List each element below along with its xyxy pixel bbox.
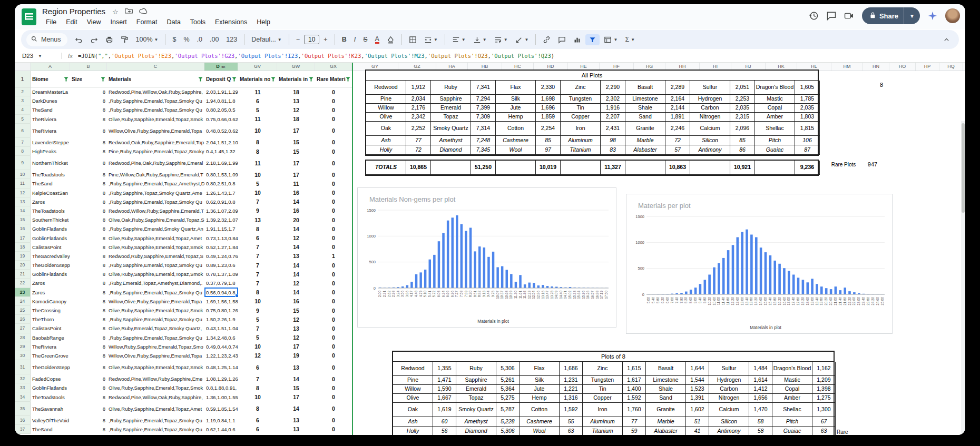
cell-size[interactable]: 8	[70, 252, 107, 261]
cell-materials-in[interactable]: 12	[277, 233, 315, 242]
cell-rare-materials[interactable]: 0	[315, 402, 352, 416]
cell-materials[interactable]: Redwood,Willow,Ruby,Sapphire,Emerald,T	[107, 206, 204, 215]
cell-rare-materials[interactable]: 0	[315, 374, 352, 383]
row-number-7[interactable]: 7	[15, 138, 31, 147]
cell-size[interactable]: 8	[70, 402, 107, 416]
cell-size[interactable]: 8	[70, 96, 107, 105]
text-color-button[interactable]: A	[372, 34, 383, 45]
row-number-20[interactable]: 20	[15, 261, 31, 270]
cell-materials[interactable]: Olive,Ruby,Sapphire,Emerald,Topaz,Smok	[107, 360, 204, 374]
totals-blank-cell[interactable]	[690, 161, 730, 175]
cell-materials-in[interactable]: 13	[277, 252, 315, 261]
menus-search[interactable]: Menus	[26, 33, 67, 46]
text-rotate-button[interactable]: ▼	[512, 34, 532, 45]
column-header-B[interactable]: B	[70, 63, 107, 71]
cell-rare-materials[interactable]: 0	[315, 189, 352, 197]
cell-materials[interactable]: ,Ruby,Sapphire,Emerald,Smoky Quartz,An	[107, 224, 204, 233]
cell-size[interactable]: 8	[70, 425, 107, 434]
material-name-cell[interactable]: Tungsten	[583, 376, 623, 385]
cell-materials-no[interactable]: 6	[238, 233, 277, 242]
cell-size[interactable]: 8	[70, 115, 107, 124]
material-value-cell[interactable]: 1,602	[686, 403, 709, 417]
cell-materials[interactable]: Willow,Olive,Ruby,Sapphire,Emerald,Topa	[107, 351, 204, 360]
cell-biome[interactable]: TheSand	[31, 105, 70, 114]
material-value-cell[interactable]: 7,248	[471, 136, 496, 145]
column-header-HN[interactable]: HN	[863, 63, 889, 71]
cell-rare-materials[interactable]: 0	[315, 360, 352, 374]
horizontal-align-button[interactable]: ▼	[449, 34, 469, 45]
material-name-cell[interactable]: Sapphire	[456, 376, 496, 385]
column-header-C[interactable]: C	[107, 63, 204, 71]
chart-materials-per-plot[interactable]: Materials per plot0500100015005.005.405.…	[626, 194, 893, 334]
material-name-cell[interactable]: Titanium	[561, 145, 601, 155]
cell-materials-in[interactable]: 11	[277, 179, 315, 188]
cell-materials-no[interactable]: 8	[238, 402, 277, 416]
material-value-cell[interactable]: 7,309	[471, 113, 496, 122]
increase-decimals-button[interactable]: .00	[207, 34, 222, 45]
cell-materials-in[interactable]: 15	[277, 306, 315, 315]
cell-materials-in[interactable]: 13	[277, 96, 315, 105]
row-number-10[interactable]: 10	[15, 170, 31, 179]
cell-materials-in[interactable]: 13	[277, 416, 315, 425]
cell-rare-materials[interactable]: 0	[315, 306, 352, 315]
material-name-cell[interactable]: Cashmere	[496, 136, 536, 145]
cell-rare-materials[interactable]: 0	[315, 224, 352, 233]
cell-biome[interactable]: GoblinFlatlands	[31, 383, 70, 392]
row-number-31[interactable]: 31	[15, 360, 31, 374]
cell-materials-no[interactable]: 12	[238, 351, 277, 360]
material-value-cell[interactable]: 1,400	[623, 385, 646, 394]
decrease-decimals-button[interactable]: .0	[194, 34, 205, 45]
insert-comment-button[interactable]	[555, 34, 569, 45]
plots-of-8-title[interactable]: Plots of 8	[392, 351, 835, 362]
cell-size[interactable]: 8	[70, 270, 107, 279]
material-value-cell[interactable]: 2,207	[601, 113, 625, 122]
cell-deposit-q[interactable]: 0.59,1.85,1.54	[204, 402, 238, 416]
material-value-cell[interactable]: 2,330	[536, 81, 561, 95]
cell-materials-in[interactable]: 13	[277, 425, 315, 434]
material-name-cell[interactable]: Topaz	[431, 113, 471, 122]
material-name-cell[interactable]: Zinc	[561, 81, 601, 95]
material-value-cell[interactable]: 1,815	[795, 122, 820, 136]
material-name-cell[interactable]: Pitch	[755, 136, 795, 145]
row-number-5[interactable]: 5	[15, 115, 31, 124]
cell-rare-materials[interactable]: 0	[315, 297, 352, 306]
row-number-34[interactable]: 34	[15, 392, 31, 401]
totals-value-cell[interactable]: 10,921	[730, 161, 755, 175]
row-number-19[interactable]: 19	[15, 252, 31, 261]
cell-materials-in[interactable]: 17	[277, 170, 315, 179]
cell-materials[interactable]: Olive,Ruby,Sapphire,Emerald,Topaz,Smok	[107, 306, 204, 315]
filter-icon[interactable]	[64, 77, 68, 82]
cell-materials-in[interactable]: 12	[277, 279, 315, 288]
cell-rare-materials[interactable]: 0	[315, 197, 352, 206]
totals-blank-cell[interactable]	[431, 161, 471, 175]
material-value-cell[interactable]: 86	[730, 145, 755, 155]
cell-materials-in[interactable]: 18	[277, 115, 315, 124]
cell-deposit-q[interactable]: 1.08,1.29,1.26	[204, 374, 238, 383]
material-value-cell[interactable]: 1,615	[623, 362, 646, 376]
material-name-cell[interactable]: Oak	[393, 403, 433, 417]
cell-materials[interactable]: Olive,Ruby,Emerald,Topaz,Smoky Quartz,	[107, 324, 204, 333]
column-header-D[interactable]: D ◂▸	[204, 63, 238, 71]
cell-materials-no[interactable]: 13	[238, 215, 277, 224]
material-value-cell[interactable]: 1,592	[560, 403, 583, 417]
menu-format[interactable]: Format	[133, 18, 161, 26]
all-plots-title[interactable]: All Plots	[365, 70, 819, 81]
material-value-cell[interactable]: 1,544	[686, 376, 709, 385]
material-value-cell[interactable]: 2,035	[730, 104, 755, 113]
gemini-sparkle-icon[interactable]	[927, 11, 938, 21]
row-number-12[interactable]: 12	[15, 189, 31, 197]
cell-deposit-q[interactable]: 1.50,2.26,1.9	[204, 315, 238, 324]
cell-materials-in[interactable]: 14	[277, 402, 315, 416]
material-value-cell[interactable]: 1,275	[812, 394, 836, 403]
share-dropdown-caret[interactable]: ▼	[904, 13, 920, 19]
cell-biome[interactable]: DarkDunes	[31, 96, 70, 105]
material-value-cell[interactable]: 1,698	[536, 95, 561, 104]
merge-cells-button[interactable]: ▼	[421, 34, 441, 45]
material-value-cell[interactable]: 98	[601, 136, 625, 145]
cell-biome[interactable]: Zaros	[31, 288, 70, 297]
material-name-cell[interactable]: Dragon's Blood	[772, 362, 812, 376]
material-value-cell[interactable]: 1,470	[749, 403, 772, 417]
cell-deposit-q[interactable]: 0.37,0.79,1.8	[204, 279, 238, 288]
material-name-cell[interactable]: Mastic	[772, 376, 812, 385]
totals-value-cell[interactable]: 10,865	[406, 161, 431, 175]
